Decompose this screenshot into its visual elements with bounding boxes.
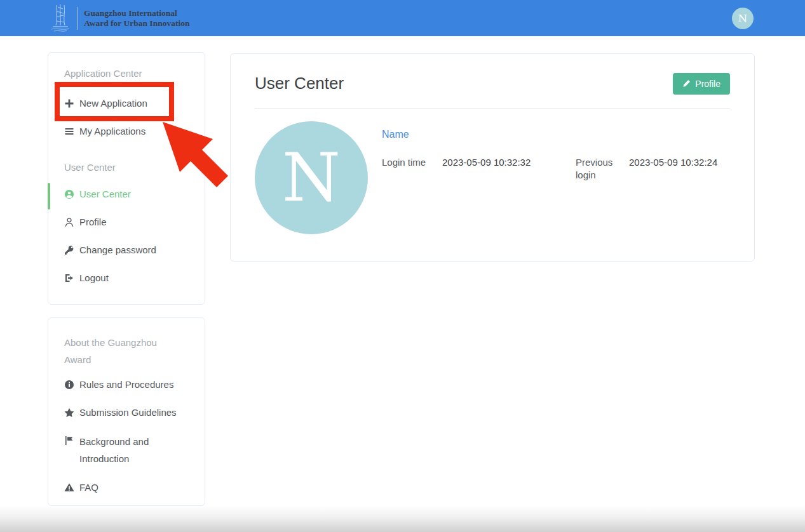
login-info-row: Login time 2023-05-09 10:32:32 Previous … (382, 156, 730, 182)
brand-title-line1: Guangzhou International (84, 8, 189, 18)
sidebar-item-label: User Center (79, 187, 131, 202)
sidebar-item-profile[interactable]: Profile (64, 215, 192, 230)
user-icon (64, 217, 74, 227)
profile-button[interactable]: Profile (673, 73, 730, 95)
pencil-icon (682, 79, 691, 88)
sidebar-item-logout[interactable]: Logout (64, 270, 192, 286)
sidebar-item-label: FAQ (79, 480, 98, 495)
sidebar-item-label: Background and Introduction (79, 433, 175, 467)
sidebar-item-label: Profile (79, 215, 107, 230)
panel-header: User Center Profile (255, 54, 730, 109)
sidebar-item-rules-and-procedures[interactable]: Rules and Procedures (64, 377, 192, 392)
star-icon (64, 408, 74, 418)
sidebar-item-label: Change password (79, 243, 156, 258)
sidebar-item-faq[interactable]: FAQ (64, 480, 192, 495)
user-avatar-large: N (255, 121, 368, 234)
canton-tower-logo-icon (48, 4, 73, 33)
sidebar-item-background-and-introduction[interactable]: Background and Introduction (64, 433, 192, 467)
sidebar-navigation-card: Application Center New Application My Ap… (48, 52, 205, 305)
login-time-label: Login time (382, 156, 442, 169)
brand-divider (77, 7, 78, 30)
brand-title-line2: Award for Urban Innovation (84, 18, 189, 29)
avatar-letter: N (282, 139, 341, 216)
logout-icon (64, 273, 74, 283)
brand-logo-link[interactable]: Guangzhou International Award for Urban … (48, 4, 189, 33)
sidebar-item-new-application[interactable]: New Application (64, 96, 192, 111)
user-circle-icon (64, 189, 74, 199)
user-details: Name Login time 2023-05-09 10:32:32 Prev… (382, 121, 730, 234)
active-item-indicator (48, 183, 50, 209)
bottom-page-shadow (0, 505, 805, 532)
previous-login-label: Previous login (576, 156, 629, 182)
top-header-bar: Guangzhou International Award for Urban … (0, 0, 805, 36)
section-label-user-center: User Center (64, 161, 192, 174)
brand-title: Guangzhou International Award for Urban … (84, 8, 189, 29)
sidebar-item-label: Rules and Procedures (79, 377, 173, 392)
user-avatar-small[interactable]: N (732, 8, 754, 29)
sidebar-about-card: About the Guangzhou Award Rules and Proc… (48, 317, 205, 506)
previous-login-value: 2023-05-09 10:32:24 (629, 156, 730, 169)
avatar-letter: N (738, 12, 748, 25)
sidebar-item-change-password[interactable]: Change password (64, 243, 192, 258)
sidebar-item-submission-guidelines[interactable]: Submission Guidelines (64, 405, 192, 420)
sidebar-item-my-applications[interactable]: My Applications (64, 124, 192, 139)
section-label-about: About the Guangzhou Award (64, 334, 172, 368)
key-icon (64, 245, 74, 255)
plus-icon (64, 98, 74, 109)
profile-button-label: Profile (695, 79, 720, 89)
page-title: User Center (255, 74, 344, 93)
list-icon (64, 126, 74, 136)
user-name-link[interactable]: Name (382, 129, 409, 140)
section-label-application-center: Application Center (64, 67, 192, 80)
warning-icon (64, 482, 74, 493)
flag-icon (64, 436, 74, 446)
info-icon (64, 380, 74, 390)
user-center-panel: User Center Profile N Name Login time 20… (230, 53, 755, 262)
sidebar-item-label: Logout (79, 270, 109, 286)
sidebar-item-label: Submission Guidelines (79, 405, 177, 420)
login-time-value: 2023-05-09 10:32:32 (442, 156, 576, 169)
sidebar-item-label: My Applications (79, 124, 145, 139)
sidebar-item-user-center[interactable]: User Center (64, 187, 192, 202)
user-summary: N Name Login time 2023-05-09 10:32:32 Pr… (255, 109, 730, 234)
sidebar-item-label: New Application (79, 96, 147, 111)
